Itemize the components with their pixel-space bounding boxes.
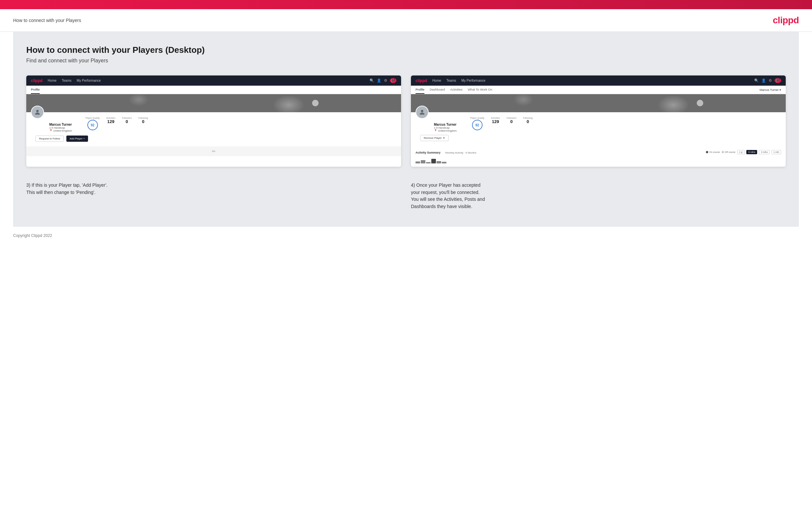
- scroll-icon: ✏: [212, 149, 216, 154]
- tab-what-to-work-on[interactable]: What To Work On: [468, 86, 492, 94]
- flag-icon[interactable]: 🏴: [390, 78, 397, 83]
- activity-chart: [415, 157, 781, 163]
- tab-activities-right[interactable]: Activities: [450, 86, 462, 94]
- settings-icon[interactable]: ⚙: [384, 78, 387, 83]
- right-location: 📍 United Kingdom: [434, 129, 460, 132]
- right-player-name: Marcus Turner: [434, 123, 460, 126]
- chart-bar-2: [421, 160, 425, 163]
- left-nav-teams[interactable]: Teams: [62, 79, 71, 82]
- left-activities-value: 129: [106, 119, 116, 124]
- tab-profile-left[interactable]: Profile: [31, 86, 40, 94]
- left-hero-image: [26, 94, 401, 112]
- chart-bar-6: [442, 162, 446, 163]
- screenshot-left: clippd Home Teams My Performance 🔍 👤 ⚙ 🏴…: [26, 75, 401, 167]
- left-following-block: Following 0: [138, 117, 148, 124]
- left-tabs: Profile: [26, 86, 401, 94]
- description-left-text: 3) If this is your Player tap, 'Add Play…: [26, 182, 401, 196]
- right-nav-teams[interactable]: Teams: [446, 79, 456, 82]
- right-activities-block: Activities 129: [491, 117, 500, 124]
- location-pin-icon: 📍: [49, 129, 53, 132]
- left-name-section: Marcus Turner 1-5 Handicap 📍 United King…: [49, 115, 75, 132]
- left-profile-section: Marcus Turner 1-5 Handicap 📍 United King…: [26, 112, 401, 146]
- activity-subtitle: Monthly Activity · 6 Months: [445, 151, 476, 154]
- left-quality-circle: 92: [87, 120, 98, 130]
- time-1yr-button[interactable]: 1 yr: [737, 150, 745, 154]
- left-profile-info: Marcus Turner 1-5 Handicap 📍 United King…: [49, 115, 397, 132]
- tab-dashboard-right[interactable]: Dashboard: [429, 86, 445, 94]
- right-avatar: [415, 106, 429, 119]
- main-content: How to connect with your Players (Deskto…: [13, 32, 799, 227]
- remove-player-button[interactable]: Remove Player ✕: [420, 135, 449, 141]
- description-right: 4) Once your Player has acceptedyour req…: [411, 177, 786, 210]
- left-followers-label: Followers: [122, 117, 132, 119]
- left-mini-nav: clippd Home Teams My Performance 🔍 👤 ⚙ 🏴: [26, 75, 401, 86]
- left-stats: Player Quality 92 Activities 129 Followe…: [86, 117, 148, 131]
- time-3mths-button[interactable]: 3 mths: [759, 150, 770, 154]
- page-subheading: Find and connect with your Players: [26, 58, 786, 64]
- right-followers-label: Followers: [507, 117, 516, 119]
- right-profile-info: Marcus Turner 1-5 Handicap 📍 United King…: [434, 115, 781, 132]
- description-right-text: 4) Once your Player has acceptedyour req…: [411, 182, 786, 210]
- header: How to connect with your Players clippd: [0, 9, 812, 32]
- screenshots-row: clippd Home Teams My Performance 🔍 👤 ⚙ 🏴…: [26, 75, 786, 167]
- request-follow-button[interactable]: Request to Follow: [36, 135, 64, 142]
- right-handicap: 1-5 Handicap: [434, 126, 460, 129]
- right-activities-label: Activities: [491, 117, 500, 119]
- right-tabs-row: Profile Dashboard Activities What To Wor…: [411, 86, 786, 94]
- on-course-filter: On course: [706, 151, 720, 153]
- svg-point-1: [421, 110, 423, 112]
- search-icon[interactable]: 🔍: [369, 78, 374, 83]
- right-user-label[interactable]: Marcus Turner ▾: [759, 88, 781, 92]
- left-scroll-area: ✏: [26, 146, 401, 156]
- right-name-section: Marcus Turner 1-5 Handicap 📍 United King…: [434, 115, 460, 132]
- right-nav-performance[interactable]: My Performance: [461, 79, 485, 82]
- right-search-icon[interactable]: 🔍: [754, 78, 759, 83]
- add-player-button[interactable]: Add Player +: [66, 135, 88, 142]
- right-following-block: Following 0: [523, 117, 533, 124]
- activity-left: Activity Summary Monthly Activity · 6 Mo…: [415, 149, 476, 155]
- chart-bar-5: [437, 161, 441, 163]
- off-course-filter: Off course: [722, 151, 735, 153]
- activity-title: Activity Summary: [415, 151, 441, 154]
- left-location: 📍 United Kingdom: [49, 129, 75, 132]
- left-nav-home[interactable]: Home: [48, 79, 56, 82]
- time-1mth-button[interactable]: 1 mth: [771, 150, 781, 154]
- page-heading: How to connect with your Players (Deskto…: [26, 45, 786, 55]
- left-action-buttons: Request to Follow Add Player +: [36, 135, 397, 142]
- right-profile-section: Marcus Turner 1-5 Handicap 📍 United King…: [411, 112, 786, 146]
- left-quality-block: Player Quality 92: [86, 117, 100, 131]
- clippd-logo: clippd: [773, 15, 799, 25]
- right-nav-home[interactable]: Home: [432, 79, 441, 82]
- left-nav-performance[interactable]: My Performance: [77, 79, 101, 82]
- left-followers-block: Followers 0: [122, 117, 132, 124]
- page-title: How to connect with your Players: [13, 18, 81, 23]
- user-icon[interactable]: 👤: [377, 78, 382, 83]
- left-followers-value: 0: [122, 119, 132, 124]
- activity-header: Activity Summary Monthly Activity · 6 Mo…: [415, 149, 781, 155]
- left-handicap: 1-5 Handicap: [49, 126, 75, 129]
- left-activities-block: Activities 129: [106, 117, 116, 124]
- chart-bar-1: [415, 161, 420, 163]
- on-course-dot: [706, 151, 708, 153]
- right-quality-block: Player Quality 92: [470, 117, 485, 131]
- left-player-name: Marcus Turner: [49, 123, 75, 126]
- left-quality-label: Player Quality: [86, 117, 100, 119]
- svg-point-0: [36, 110, 39, 112]
- right-user-icon[interactable]: 👤: [761, 78, 766, 83]
- tab-profile-right[interactable]: Profile: [415, 86, 424, 94]
- footer: Copyright Clippd 2022: [0, 227, 812, 244]
- top-bar: [0, 0, 812, 9]
- descriptions-row: 3) If this is your Player tap, 'Add Play…: [26, 177, 786, 210]
- left-following-value: 0: [138, 119, 148, 124]
- right-tabs: Profile Dashboard Activities What To Wor…: [415, 86, 492, 94]
- right-followers-block: Followers 0: [507, 117, 516, 124]
- activity-filters: On course Off course 1 yr 6 mths 3 mths …: [706, 150, 781, 154]
- right-nav-icons: 🔍 👤 ⚙ 🏴: [754, 78, 781, 83]
- remove-x-icon: ✕: [443, 136, 445, 139]
- right-settings-icon[interactable]: ⚙: [769, 78, 772, 83]
- right-following-value: 0: [523, 119, 533, 124]
- right-flag-icon[interactable]: 🏴: [774, 78, 781, 83]
- time-6mths-button[interactable]: 6 mths: [746, 150, 757, 154]
- screenshot-right: clippd Home Teams My Performance 🔍 👤 ⚙ 🏴…: [411, 75, 786, 167]
- description-left: 3) If this is your Player tap, 'Add Play…: [26, 177, 401, 210]
